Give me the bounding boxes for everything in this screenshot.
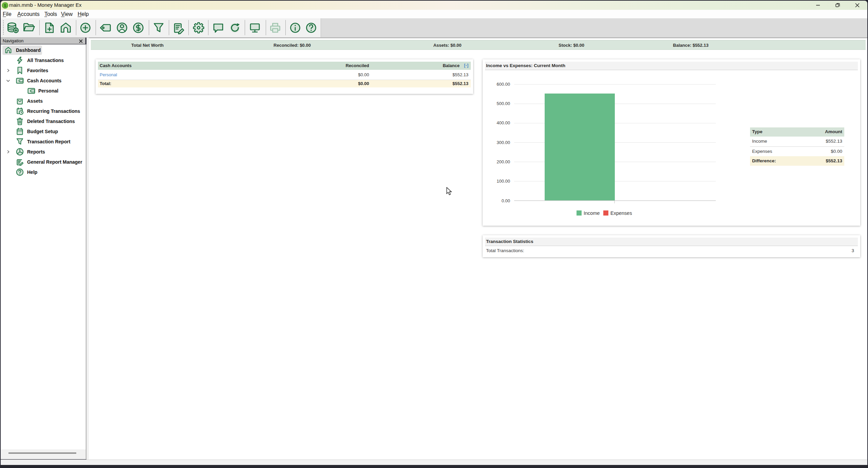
svg-text:400.00: 400.00: [497, 120, 510, 125]
svg-text:200.00: 200.00: [497, 159, 510, 164]
svg-text:500.00: 500.00: [497, 101, 510, 106]
svg-text:300.00: 300.00: [497, 140, 510, 145]
svg-text:100.00: 100.00: [497, 179, 510, 184]
svg-text:600.00: 600.00: [497, 82, 510, 87]
svg-text:Expenses: Expenses: [610, 210, 632, 216]
svg-text:$: $: [4, 3, 6, 8]
svg-text:0.00: 0.00: [502, 198, 510, 203]
svg-text:Income: Income: [584, 210, 600, 216]
